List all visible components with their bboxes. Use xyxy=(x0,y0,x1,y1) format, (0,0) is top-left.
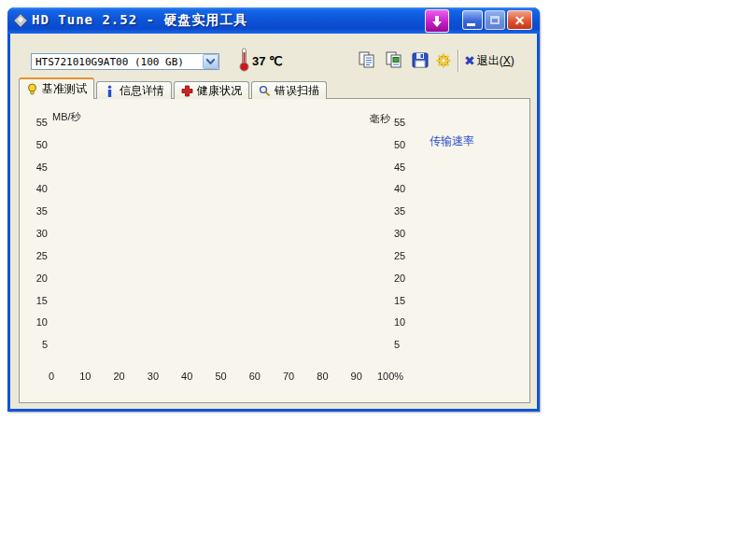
drive-select[interactable]: HTS721010G9AT00 (100 GB) xyxy=(31,53,219,70)
exit-button[interactable]: ✖ 退出(X) xyxy=(464,52,514,69)
chevron-down-icon[interactable] xyxy=(203,54,218,69)
maximize-button[interactable] xyxy=(485,10,505,30)
drive-select-value: HTS721010G9AT00 (100 GB) xyxy=(32,56,203,68)
client-area: HTS721010G9AT00 (100 GB) 37 ℃ xyxy=(10,34,537,409)
temperature-value: 37 ℃ xyxy=(252,54,283,68)
thermometer-icon xyxy=(239,48,249,72)
window-title: HD Tune 2.52 - 硬盘实用工具 xyxy=(32,12,247,29)
close-icon: ✕ xyxy=(514,13,526,28)
minimize-icon xyxy=(467,23,475,26)
tab-scan-label: 错误扫描 xyxy=(275,83,319,99)
maximize-icon xyxy=(490,16,500,24)
exit-label: 退出(X) xyxy=(477,53,514,69)
tab-benchmark[interactable]: 基准测试 xyxy=(19,77,94,99)
save-icon[interactable] xyxy=(411,51,430,69)
close-button[interactable]: ✕ xyxy=(507,10,532,30)
toolbar-separator xyxy=(458,49,459,72)
tab-scan[interactable]: 错误扫描 xyxy=(251,81,327,99)
app-icon xyxy=(13,13,28,28)
info-icon xyxy=(104,85,116,97)
tab-info[interactable]: 信息详情 xyxy=(96,81,172,99)
tab-health-label: 健康状况 xyxy=(197,83,242,99)
tab-benchmark-label: 基准测试 xyxy=(42,81,87,97)
copy-image-icon[interactable] xyxy=(385,51,403,69)
title-bar[interactable]: HD Tune 2.52 - 硬盘实用工具 ✕ xyxy=(7,7,540,34)
copy-text-icon[interactable] xyxy=(358,51,376,69)
magnifier-icon xyxy=(259,85,271,97)
tab-strip: 基准测试 信息详情 健康状况 错误扫描 xyxy=(19,77,327,99)
minimize-button[interactable] xyxy=(462,10,483,30)
hdtune-window: HD Tune 2.52 - 硬盘实用工具 ✕ HTS721010G9AT00 … xyxy=(7,7,540,412)
transfer-rate-group-title: 传输速率 xyxy=(427,133,477,149)
tab-info-label: 信息详情 xyxy=(120,83,164,99)
download-overlay-button[interactable] xyxy=(425,9,449,33)
tab-health[interactable]: 健康状况 xyxy=(174,81,249,99)
bulb-icon xyxy=(26,83,38,95)
options-icon[interactable] xyxy=(434,51,453,69)
health-cross-icon xyxy=(181,85,193,97)
down-arrow-icon xyxy=(430,15,444,28)
exit-x-icon: ✖ xyxy=(464,53,475,68)
